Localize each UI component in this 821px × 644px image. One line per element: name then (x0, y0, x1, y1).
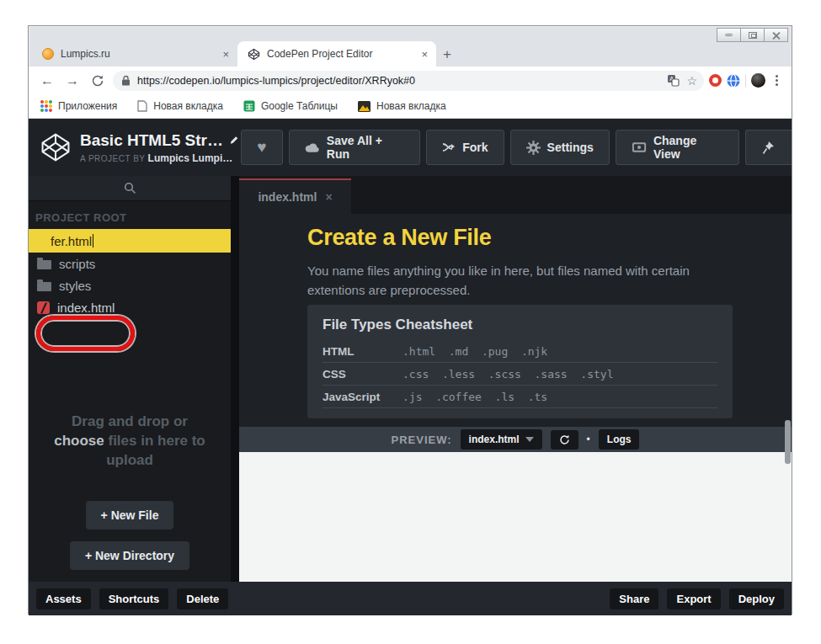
shortcuts-button[interactable]: Shortcuts (99, 588, 169, 609)
row-label: HTML (323, 345, 403, 358)
share-button[interactable]: Share (610, 588, 658, 609)
selected-file-row[interactable]: fer.html (29, 229, 231, 253)
cheatsheet-row: JavaScript .js .coffee .ls .ts (323, 386, 717, 408)
rename-value: fer.html (51, 234, 92, 248)
editor-scrollbar[interactable] (785, 420, 791, 464)
lock-icon (121, 75, 131, 86)
bookmark-apps[interactable]: Приложения (40, 100, 117, 112)
project-header: Basic HTML5 Str… A PROJECT BY Lumpics Lu… (29, 119, 792, 176)
browser-tab-lumpics[interactable]: Lumpics.ru × (32, 41, 237, 67)
codepen-logo-icon[interactable] (40, 131, 72, 163)
dropzone-text: upload (106, 452, 153, 468)
extension-o-icon[interactable] (709, 74, 722, 87)
extension-globe-icon[interactable] (727, 74, 740, 88)
file-name: scripts (59, 257, 95, 271)
preview-bar: PREVIEW: index.html • Logs (239, 427, 792, 452)
editor-main: index.html × Create a New File You name … (231, 176, 792, 582)
browser-toolbar: ← → https://codepen.io/lumpics-lumpics/p… (29, 67, 792, 94)
new-tab-button[interactable]: + (436, 46, 461, 67)
minimize-icon (725, 34, 733, 36)
save-all-run-label: Save All + Run (327, 134, 404, 161)
cheatsheet-row: HTML .html .md .pug .njk (323, 340, 717, 363)
cheatsheet-row: CSS .css .less .scss .sass .styl (323, 363, 717, 386)
bookmark-google-sheets[interactable]: Google Таблицы (243, 100, 338, 112)
bookmark-star-icon[interactable]: ☆ (686, 74, 697, 88)
url-bar[interactable]: https://codepen.io/lumpics-lumpics/proje… (113, 71, 704, 91)
change-view-button[interactable]: Change View (616, 130, 739, 165)
dropzone-text: Drag and drop or (72, 413, 188, 429)
view-icon (632, 141, 647, 153)
file-rename-input[interactable]: fer.html (51, 234, 143, 248)
project-author[interactable]: Lumpics Lumpi… (148, 152, 233, 164)
file-search[interactable] (29, 176, 231, 201)
row-label: JavaScript (323, 391, 403, 403)
cheatsheet-title: File Types Cheatsheet (323, 317, 717, 333)
preview-refresh-button[interactable] (551, 430, 578, 450)
sidebar-item-scripts[interactable]: scripts (29, 253, 231, 274)
file-types-cheatsheet: File Types Cheatsheet HTML .html .md .pu… (307, 305, 733, 418)
translate-icon[interactable]: A (667, 74, 680, 87)
love-button[interactable]: ♥ (241, 130, 283, 165)
bookmark-label: Новая вкладка (153, 100, 223, 112)
editor-tab-index-html[interactable]: index.html × (239, 178, 351, 214)
minimize-button[interactable] (717, 28, 741, 42)
deploy-button[interactable]: Deploy (729, 588, 784, 609)
sheets-icon (243, 100, 255, 112)
choose-files-link[interactable]: choose (54, 433, 104, 449)
bookmark-label: Google Таблицы (261, 100, 338, 112)
file-name: index.html (57, 301, 115, 315)
chevron-down-icon (525, 437, 534, 442)
tab-close-icon[interactable]: × (421, 49, 428, 60)
forward-icon[interactable]: → (62, 73, 83, 88)
browser-tab-codepen[interactable]: CodePen Project Editor × (237, 41, 436, 67)
sidebar-item-styles[interactable]: styles (29, 274, 231, 296)
delete-button[interactable]: Delete (177, 588, 228, 609)
bookmark-new-tab-1[interactable]: Новая вкладка (137, 100, 223, 112)
row-extensions: .js .coffee .ls .ts (403, 391, 547, 403)
pin-button[interactable] (745, 130, 792, 165)
project-by-prefix: A PROJECT BY (80, 154, 148, 163)
change-view-label: Change View (653, 134, 723, 161)
editor-tab-label: index.html (258, 190, 317, 204)
upload-dropzone[interactable]: Drag and drop or choose files in here to… (29, 412, 231, 570)
logs-button[interactable]: Logs (599, 429, 640, 450)
close-icon (772, 31, 781, 40)
reload-icon[interactable] (88, 74, 108, 88)
browser-menu-icon[interactable] (770, 75, 783, 86)
preview-status-dot: • (587, 434, 590, 445)
sidebar-item-index-html[interactable]: index.html (29, 296, 231, 318)
bookmark-new-tab-2[interactable]: Новая вкладка (358, 100, 446, 112)
new-directory-button[interactable]: + New Directory (70, 541, 189, 570)
export-button[interactable]: Export (667, 588, 720, 609)
edit-pencil-icon[interactable] (230, 135, 238, 146)
text-caret (93, 234, 93, 247)
codepen-favicon-icon (248, 48, 260, 61)
profile-avatar[interactable] (751, 73, 765, 88)
folder-icon (37, 282, 51, 291)
editor-tab-close-icon[interactable]: × (325, 190, 332, 204)
lumpics-favicon-icon (42, 48, 54, 60)
bookmark-label: Новая вкладка (376, 100, 446, 112)
save-all-run-button[interactable]: Save All + Run (289, 130, 421, 165)
heart-icon: ♥ (257, 138, 266, 157)
maximize-button[interactable] (740, 28, 765, 42)
assets-button[interactable]: Assets (36, 588, 91, 609)
editor-tabstrip: index.html × (239, 176, 792, 214)
tab-title: Lumpics.ru (61, 48, 216, 60)
settings-button[interactable]: Settings (510, 130, 610, 165)
fork-label: Fork (462, 141, 488, 154)
new-file-button[interactable]: + New File (86, 501, 174, 530)
preview-pane (239, 452, 792, 582)
page-icon (137, 100, 147, 112)
html-file-icon (37, 301, 50, 314)
close-window-button[interactable] (764, 28, 788, 42)
maximize-icon (749, 32, 757, 39)
row-extensions: .css .less .scss .sass .styl (403, 368, 613, 381)
page-title: Create a New File (307, 225, 792, 251)
back-icon[interactable]: ← (37, 73, 57, 88)
tab-close-icon[interactable]: × (222, 49, 229, 60)
project-root-label: PROJECT ROOT (35, 211, 231, 224)
fork-button[interactable]: Fork (426, 130, 504, 165)
preview-file-select[interactable]: index.html (461, 429, 542, 450)
file-name: styles (59, 279, 91, 293)
